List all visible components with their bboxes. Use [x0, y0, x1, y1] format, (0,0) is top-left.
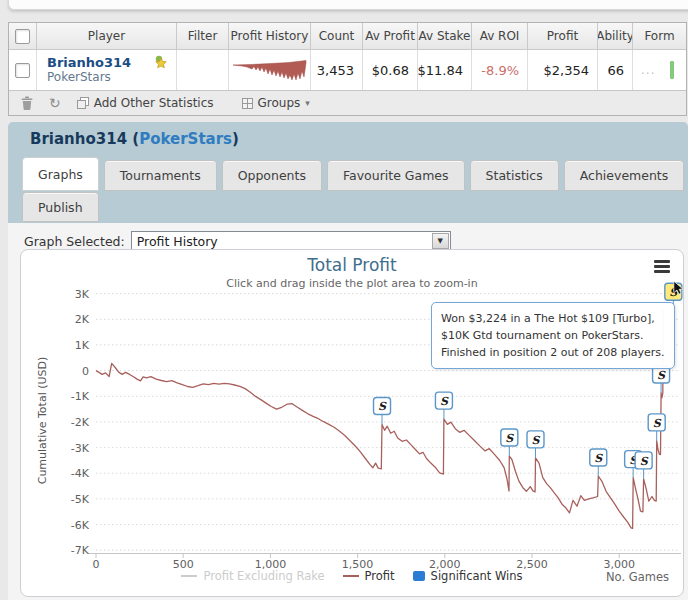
add-statistics-icon[interactable] — [77, 97, 89, 109]
svg-text:-6K: -6K — [71, 519, 90, 532]
svg-text:S: S — [505, 432, 514, 445]
av-profit-value: $0.68 — [363, 50, 418, 90]
profit-history-cell[interactable] — [229, 50, 311, 90]
ability-value: 66 — [598, 50, 633, 90]
significant-win-flag[interactable]: S — [653, 366, 670, 393]
player-site-label: PokerStars — [47, 70, 111, 85]
tab-statistics[interactable]: Statistics — [470, 160, 559, 191]
select-all-checkbox[interactable] — [15, 29, 30, 44]
filter-cell[interactable] — [177, 50, 229, 90]
top-section-remnant — [8, 0, 688, 10]
add-other-statistics-button[interactable]: Add Other Statistics — [94, 96, 214, 110]
column-header-player[interactable]: Player — [37, 23, 177, 49]
column-header-filter[interactable]: Filter — [177, 23, 229, 49]
svg-text:1K: 1K — [75, 339, 90, 352]
graph-selected-label: Graph Selected: — [24, 234, 125, 249]
svg-text:S: S — [653, 417, 662, 430]
profit-history-sparkline — [231, 55, 309, 85]
count-value: 3,453 — [311, 50, 363, 90]
form-bar — [670, 61, 674, 79]
significant-win-flag[interactable]: S — [374, 397, 391, 424]
graph-selector-row: Graph Selected: Profit History ▼ — [24, 231, 451, 251]
tooltip-line: Won $3,224 in a The Hot $109 [Turbo], — [441, 310, 665, 327]
svg-text:S: S — [594, 452, 603, 465]
svg-text:-1K: -1K — [71, 390, 90, 403]
dropdown-arrow-icon: ▼ — [438, 237, 443, 245]
caret-down-icon[interactable]: ▾ — [305, 98, 310, 108]
refresh-icon[interactable]: ↻ — [49, 96, 61, 110]
dropdown-arrow-button[interactable]: ▼ — [432, 233, 449, 249]
panel-title: Brianho314PokerStars — [30, 130, 239, 148]
significant-win-flag[interactable]: S — [527, 431, 544, 458]
player-name-link[interactable]: Brianho314 — [47, 55, 131, 70]
groups-icon[interactable] — [242, 98, 253, 109]
table-row[interactable]: Brianho314 PokerStars 3,453 $0.68 $11.84… — [9, 50, 686, 90]
svg-text:-4K: -4K — [71, 467, 90, 480]
svg-text:0: 0 — [82, 365, 89, 378]
tournament-tooltip: Won $3,224 in a The Hot $109 [Turbo], $1… — [431, 302, 675, 369]
svg-text:-7K: -7K — [71, 544, 90, 557]
table-toolbar: ↻ Add Other Statistics Groups ▾ — [9, 90, 686, 115]
tab-achievements[interactable]: Achievements — [564, 160, 685, 191]
column-header-ability[interactable]: Ability — [598, 23, 633, 49]
svg-text:S: S — [640, 455, 649, 468]
av-roi-value: -8.9% — [472, 50, 528, 90]
legend-line-swatch — [343, 575, 359, 577]
table-header-row: Player Filter Profit History Count Av Pr… — [9, 23, 686, 50]
svg-text:-2K: -2K — [71, 416, 90, 429]
significant-win-flag[interactable]: S — [435, 392, 452, 419]
significant-win-flag[interactable]: S — [648, 414, 665, 441]
sharkscope-app: Player Filter Profit History Count Av Pr… — [0, 0, 688, 600]
column-header-profit-history[interactable]: Profit History — [229, 23, 311, 49]
form-dots: ... — [633, 63, 655, 77]
medal-icon — [154, 55, 168, 71]
row-checkbox[interactable] — [15, 63, 30, 78]
trash-icon[interactable] — [21, 96, 33, 110]
legend-item-profit[interactable]: Profit — [343, 569, 395, 583]
significant-win-flag[interactable]: S — [635, 452, 652, 479]
form-cell: ... — [633, 50, 686, 90]
panel-player-name: Brianho314 — [30, 130, 127, 148]
x-axis-title: No. Games — [606, 570, 669, 584]
svg-text:S: S — [440, 395, 449, 408]
column-header-av-roi[interactable]: Av ROI — [472, 23, 528, 49]
column-header-av-stake[interactable]: Av Stake — [418, 23, 472, 49]
svg-text:-3K: -3K — [71, 442, 90, 455]
column-header-av-profit[interactable]: Av Profit — [363, 23, 418, 49]
svg-text:2K: 2K — [75, 313, 90, 326]
tab-opponents[interactable]: Opponents — [222, 160, 322, 191]
tab-tournaments[interactable]: Tournaments — [104, 160, 217, 191]
svg-text:-5K: -5K — [71, 493, 90, 506]
tab-publish[interactable]: Publish — [22, 192, 99, 222]
total-profit-chart: Total Profit Click and drag inside the p… — [20, 249, 684, 597]
legend-item-significant-wins[interactable]: Significant Wins — [413, 569, 523, 583]
groups-button[interactable]: Groups — [258, 96, 301, 110]
tab-favourite-games[interactable]: Favourite Games — [327, 160, 465, 191]
svg-text:S: S — [657, 369, 666, 382]
profit-value: $2,354 — [528, 50, 598, 90]
legend-item-profit-excluding-rake[interactable]: Profit Excluding Rake — [181, 569, 324, 583]
tooltip-line: Finished in position 2 out of 208 player… — [441, 344, 665, 361]
chart-legend: Profit Excluding Rake Profit Significant… — [21, 569, 683, 583]
svg-text:S: S — [378, 400, 387, 413]
significant-win-flag[interactable]: S — [501, 429, 518, 456]
player-results-table: Player Filter Profit History Count Av Pr… — [8, 22, 687, 116]
svg-text:3K: 3K — [75, 288, 90, 301]
legend-line-swatch — [181, 575, 197, 577]
svg-text:S: S — [532, 434, 541, 447]
tab-graphs[interactable]: Graphs — [22, 157, 99, 191]
graph-selector-value: Profit History — [137, 234, 218, 249]
significant-win-flag[interactable]: S — [590, 449, 607, 476]
legend-square-swatch — [413, 571, 425, 581]
player-panel-header: Brianho314PokerStars Graphs Tournaments … — [8, 122, 688, 223]
column-header-count[interactable]: Count — [311, 23, 363, 49]
tab-bar-row2: Publish — [22, 192, 99, 222]
tab-bar-row1: Graphs Tournaments Opponents Favourite G… — [22, 160, 688, 191]
av-stake-value: $11.84 — [418, 50, 472, 90]
graph-selector[interactable]: Profit History ▼ — [131, 231, 451, 251]
tooltip-line: $10K Gtd tournament on PokerStars. — [441, 327, 665, 344]
column-header-form[interactable]: Form — [633, 23, 686, 49]
panel-site-link[interactable]: PokerStars — [139, 130, 232, 148]
column-header-profit[interactable]: Profit — [528, 23, 598, 49]
